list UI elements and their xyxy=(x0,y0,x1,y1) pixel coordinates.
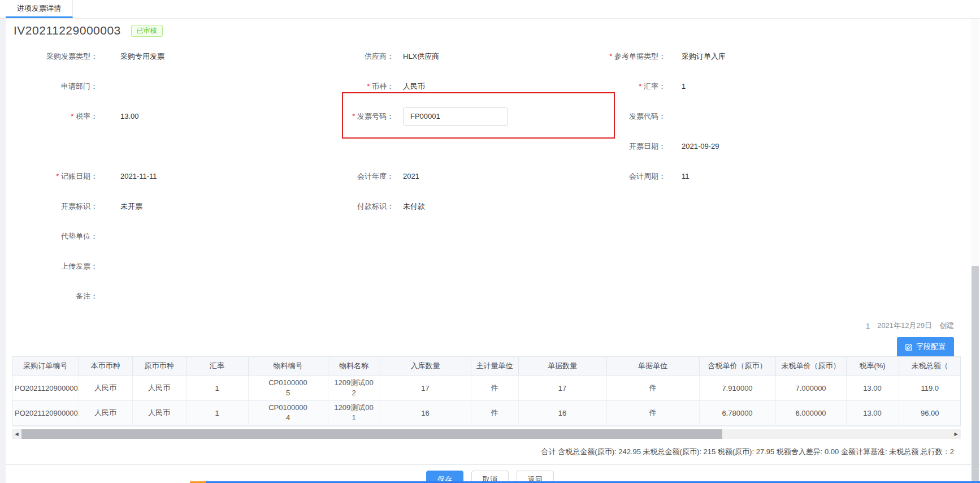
totals-summary: 合计 含税总金额(原币): 242.95 未税总金额(原币): 215 税额(原… xyxy=(0,447,980,457)
field-value: 2021-11-11 xyxy=(120,172,157,180)
footer-actions: 保存 取消 返回 xyxy=(0,464,980,483)
table-row[interactable]: PO20211209000001人民币人民币1CP010000051209测试0… xyxy=(12,376,961,400)
created-label: 创建 xyxy=(939,321,954,331)
horizontal-scrollbar[interactable]: ◀ ▶ xyxy=(12,429,961,439)
table-cell: 件 xyxy=(471,376,518,400)
field-label: 参考单据类型： xyxy=(599,51,666,62)
tab-input-invoice-detail[interactable]: 进项发票详情 xyxy=(6,0,73,18)
table-cell: 人民币 xyxy=(132,376,186,400)
table-cell: 1 xyxy=(186,400,248,425)
status-badge: 已审核 xyxy=(131,25,163,37)
field-fiscal-period: 会计周期： 11 xyxy=(599,171,974,182)
table-cell: CP01000004 xyxy=(248,400,328,425)
column-header: 本币币种 xyxy=(79,357,132,376)
field-label: 汇率： xyxy=(599,81,666,92)
tab-label: 进项发票详情 xyxy=(17,3,61,14)
invoice-number-input[interactable] xyxy=(403,107,508,126)
field-label: 会计年度： xyxy=(308,171,394,182)
scroll-right-icon[interactable]: ▶ xyxy=(951,429,961,439)
column-header: 物料名称 xyxy=(328,357,380,376)
column-header: 未税单价（原币） xyxy=(775,357,846,376)
field-supplier: 供应商： HLX供应商 xyxy=(308,51,599,62)
document-header: IV20211229000003 已审核 xyxy=(14,23,980,38)
tab-bar: 进项发票详情 xyxy=(0,0,980,19)
scroll-left-icon[interactable]: ◀ xyxy=(12,429,21,439)
table-cell: 119.0 xyxy=(899,376,961,400)
created-info: 1 2021年12月29日 创建 xyxy=(0,320,980,331)
table-cell: 16 xyxy=(380,400,471,425)
field-config-button[interactable]: 字段配置 xyxy=(897,337,954,356)
field-value: 1 xyxy=(682,82,686,90)
form-row: 税率： 13.00 发票号码： 发票代码： xyxy=(6,101,980,131)
field-invoice-number: 发票号码： xyxy=(308,107,599,126)
field-label: 开票标识： xyxy=(6,201,98,212)
table-cell: 6.000000 xyxy=(775,400,846,425)
field-value: 2021-09-29 xyxy=(682,142,719,150)
horizontal-scrollbar-thumb[interactable] xyxy=(21,429,722,439)
line-items-table: 采购订单编号本币币种原币币种汇率物料编号物料名称入库数量主计量单位单据数量单据单… xyxy=(12,356,961,426)
table-cell: 件 xyxy=(471,400,518,425)
horizontal-scrollbar-track[interactable] xyxy=(21,429,951,439)
form-row: 代垫单位： xyxy=(6,221,980,251)
field-label: 币种： xyxy=(308,81,394,92)
table-cell: 6.780000 xyxy=(699,400,775,425)
table-body: PO20211209000001人民币人民币1CP010000051209测试0… xyxy=(12,376,961,425)
column-header: 入库数量 xyxy=(380,357,471,376)
column-header: 单据数量 xyxy=(518,357,606,376)
created-date: 2021年12月29日 xyxy=(877,321,932,331)
field-label: 会计周期： xyxy=(599,171,666,182)
field-invoice-flag: 开票标识： 未开票 xyxy=(6,201,308,212)
field-exchange-rate: 汇率： 1 xyxy=(599,81,974,92)
field-ref-doc-type: 参考单据类型： 采购订单入库 xyxy=(599,51,974,62)
table-cell: 人民币 xyxy=(79,400,132,425)
table-cell: 1 xyxy=(186,376,248,400)
field-value: HLX供应商 xyxy=(403,51,439,62)
field-label: 采购发票类型： xyxy=(6,51,98,62)
field-config-label: 字段配置 xyxy=(916,342,946,352)
column-header: 含税单价（原币） xyxy=(699,357,775,376)
field-value: 2021 xyxy=(403,172,419,180)
field-fiscal-year: 会计年度： 2021 xyxy=(308,171,599,182)
table-header-row: 采购订单编号本币币种原币币种汇率物料编号物料名称入库数量主计量单位单据数量单据单… xyxy=(12,357,961,376)
vertical-scrollbar[interactable] xyxy=(971,19,979,483)
field-invoice-date: 开票日期： 2021-09-29 xyxy=(599,141,974,152)
table-cell: CP01000005 xyxy=(248,376,328,400)
field-label: 发票号码： xyxy=(308,111,394,122)
field-invoice-type: 采购发票类型： 采购专用发票 xyxy=(6,51,308,62)
field-value: 11 xyxy=(682,172,690,180)
table-cell: 17 xyxy=(518,376,606,400)
page-indicator: 1 xyxy=(866,322,870,330)
form-row: 开票日期： 2021-09-29 xyxy=(6,131,980,161)
form-row: 记账日期： 2021-11-11 会计年度： 2021 会计周期： 11 xyxy=(6,161,980,191)
field-upload-invoice: 上传发票： xyxy=(6,261,308,271)
field-label: 申请部门： xyxy=(6,81,98,92)
table-toolbar: 字段配置 xyxy=(0,337,980,356)
field-value: 采购订单入库 xyxy=(682,51,726,62)
field-label: 付款标识： xyxy=(308,201,394,212)
field-advance-unit: 代垫单位： xyxy=(6,231,308,241)
field-value: 未付款 xyxy=(403,201,425,212)
column-header: 物料编号 xyxy=(248,357,328,376)
column-header: 未税总额（ xyxy=(899,357,961,376)
table-cell: PO20211209000001 xyxy=(12,400,79,425)
invoice-form: 采购发票类型： 采购专用发票 供应商： HLX供应商 参考单据类型： 采购订单入… xyxy=(0,41,980,311)
field-currency: 币种： 人民币 xyxy=(308,81,599,92)
table-cell: 7.910000 xyxy=(699,376,775,400)
table-cell: 件 xyxy=(606,400,699,425)
table-cell: 7.000000 xyxy=(775,376,846,400)
table-cell: 人民币 xyxy=(79,376,132,400)
form-row: 上传发票： xyxy=(6,251,980,281)
vertical-scrollbar-thumb[interactable] xyxy=(972,266,979,483)
field-tax-rate: 税率： 13.00 xyxy=(6,111,308,122)
field-remark: 备注： xyxy=(6,291,308,301)
column-header: 原币币种 xyxy=(132,357,186,376)
table-cell: 96.00 xyxy=(899,400,961,425)
document-number: IV20211229000003 xyxy=(14,24,121,37)
table-cell: 1209测试001 xyxy=(328,400,380,425)
field-value: 未开票 xyxy=(120,201,142,212)
table-row[interactable]: PO20211209000001人民币人民币1CP010000041209测试0… xyxy=(12,400,961,425)
column-header: 汇率 xyxy=(186,357,248,376)
field-label: 记账日期： xyxy=(6,171,98,182)
form-row: 开票标识： 未开票 付款标识： 未付款 xyxy=(6,191,980,221)
field-value: 13.00 xyxy=(120,112,139,120)
